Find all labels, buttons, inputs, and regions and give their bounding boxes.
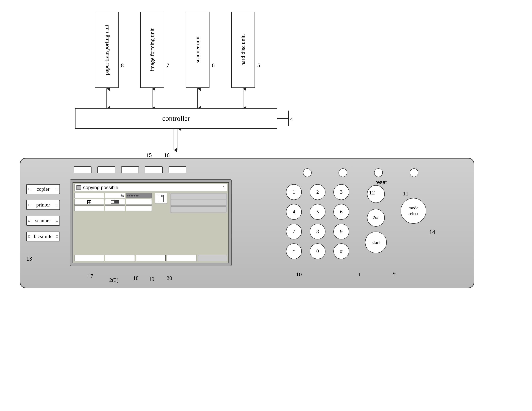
lcd-bottom-btn-4[interactable] (167, 255, 196, 261)
ref-7: 7 (166, 62, 169, 69)
hard-disc-label: hard disc unit. (240, 34, 247, 65)
ref-2-3: 2(3) (109, 277, 119, 283)
key-7-label: 7 (293, 228, 295, 235)
ref-11: 11 (403, 190, 408, 197)
copier-dot-right (56, 188, 58, 190)
ref-18: 18 (133, 275, 139, 281)
key-2-label: 2 (316, 189, 319, 195)
ref-14: 14 (429, 228, 435, 235)
key-star-label: * (293, 248, 295, 254)
lcd-number: 1 (223, 185, 225, 190)
hard-disc-unit-box: hard disc unit. (231, 12, 255, 88)
indicator-4 (410, 168, 418, 177)
copier-dot-left (28, 188, 30, 190)
ref-19: 19 (149, 276, 154, 282)
key-9-label: 9 (340, 228, 343, 235)
key-star[interactable]: * (286, 243, 302, 259)
indicator-1 (303, 168, 312, 177)
lcd-percent: % (105, 193, 125, 198)
start-label: start (372, 240, 380, 245)
lcd-screen: copying possible 1 ⊞ (73, 182, 229, 263)
ref-8: 8 (121, 62, 124, 69)
top-btn-1[interactable] (74, 166, 92, 173)
scanner-button[interactable]: scanner (26, 216, 60, 226)
ref-5: 5 (257, 62, 260, 69)
lcd-bottom-row (74, 255, 227, 261)
lcd-input-1[interactable] (74, 193, 104, 198)
top-btn-2[interactable] (97, 166, 115, 173)
key-9[interactable]: 9 (333, 224, 349, 239)
device-panel: copier printer scanner facsimile 13 (20, 158, 474, 288)
indicator-2 (339, 168, 347, 177)
scanner-dot-left (28, 220, 30, 222)
ref-9: 9 (393, 270, 396, 277)
key-3[interactable]: 3 (333, 184, 349, 200)
key-hash[interactable]: # (333, 243, 349, 259)
lcd-paper-icon (155, 193, 167, 204)
lcd-bottom-btn-2[interactable] (105, 255, 135, 261)
reset-label: reset (375, 179, 387, 185)
mode-select-button[interactable]: modeselect (400, 198, 426, 224)
top-btn-3[interactable] (121, 166, 139, 173)
facsimile-dot-right (56, 236, 58, 237)
lcd-contrast[interactable] (105, 199, 125, 205)
display-area: copying possible 1 ⊞ (70, 179, 232, 266)
ref-13: 13 (26, 255, 32, 262)
lcd-segment-display: ▪▪▪▪▪▪▪ (126, 193, 152, 198)
key-2[interactable]: 2 (310, 184, 325, 200)
top-btn-4[interactable] (145, 166, 163, 173)
key-0-label: 0 (316, 248, 319, 254)
lcd-right-input-3[interactable] (171, 207, 226, 212)
image-forming-label: image forming unit (149, 28, 155, 71)
lcd-input-5[interactable] (126, 199, 152, 205)
key-1[interactable]: 1 (286, 184, 302, 200)
clear-c-button[interactable]: ⊙/c (367, 209, 385, 227)
lcd-input-3[interactable] (74, 205, 104, 211)
diagram: paper transporting unit 8 image forming … (0, 0, 532, 411)
indicator-3 (374, 168, 383, 177)
printer-dot-right (56, 204, 58, 206)
key-6[interactable]: 6 (333, 204, 349, 220)
lcd-input-4[interactable] (105, 205, 125, 211)
lcd-bottom-btn-5[interactable] (198, 255, 227, 261)
facsimile-dot-left (28, 236, 30, 237)
key-1-label: 1 (293, 189, 295, 195)
controller-label: controller (162, 114, 190, 123)
ref-12: 12 (369, 189, 375, 196)
copier-button[interactable]: copier (26, 184, 60, 194)
key-0[interactable]: 0 (310, 243, 325, 259)
key-4[interactable]: 4 (286, 204, 302, 220)
ref-15: 15 (146, 152, 152, 158)
paper-transporting-unit-box: paper transporting unit (95, 12, 119, 88)
facsimile-button[interactable]: facsimile (26, 232, 60, 241)
scanner-dot-right (56, 220, 58, 222)
top-btn-5[interactable] (169, 166, 186, 173)
lcd-right-input-1[interactable] (171, 194, 226, 199)
lcd-row-1: ⊞ % (74, 193, 227, 213)
key-7[interactable]: 7 (286, 224, 302, 239)
lcd-right-section (170, 193, 227, 213)
facsimile-label: facsimile (31, 234, 55, 239)
lcd-bottom-btn-1[interactable] (74, 255, 104, 261)
lcd-bottom-btn-3[interactable] (136, 255, 166, 261)
key-5[interactable]: 5 (310, 204, 325, 220)
key-3-label: 3 (340, 189, 343, 195)
printer-button[interactable]: printer (26, 200, 60, 210)
key-hash-label: # (340, 248, 343, 254)
mode-select-label: modeselect (408, 205, 418, 216)
lcd-top-bar: copying possible 1 (74, 184, 227, 191)
ref-10: 10 (296, 271, 302, 278)
lcd-input-2[interactable]: ⊞ (74, 199, 104, 205)
controller-box: controller (75, 108, 277, 129)
lcd-input-6[interactable] (126, 205, 152, 211)
copier-label: copier (31, 186, 55, 192)
image-forming-unit-box: image forming unit (140, 12, 164, 88)
lcd-icon-box (76, 185, 81, 190)
key-8[interactable]: 8 (310, 224, 325, 239)
lcd-right-input-2[interactable] (171, 200, 226, 206)
key-6-label: 6 (340, 209, 343, 215)
printer-label: printer (31, 202, 55, 208)
start-button[interactable]: start (365, 232, 387, 253)
ref-4: 4 (290, 116, 293, 122)
key-5-label: 5 (316, 209, 319, 215)
